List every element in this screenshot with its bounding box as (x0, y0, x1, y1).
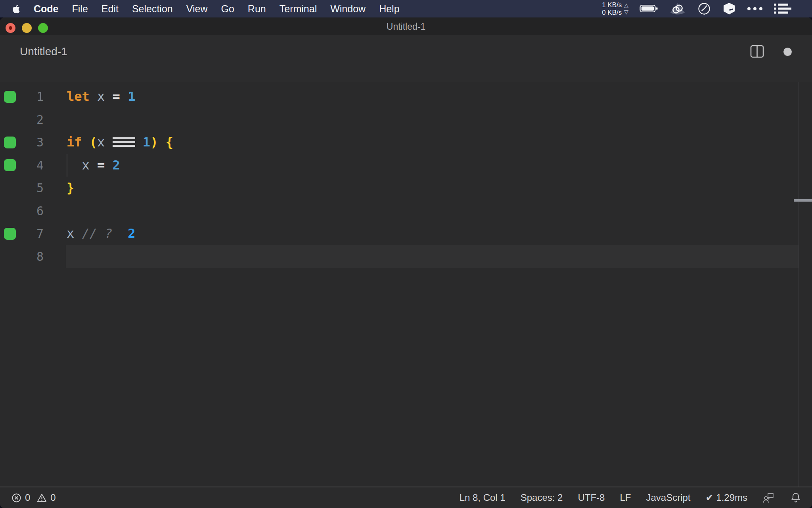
code-line[interactable]: 5} (0, 177, 799, 200)
menu-item-view[interactable]: View (186, 3, 208, 15)
code-token: } (67, 180, 74, 195)
upload-arrow-icon: △ (624, 2, 628, 9)
editor-tab-header: Untitled-1 (0, 35, 812, 82)
code-token (105, 158, 112, 173)
code-token: 2 (128, 226, 135, 241)
code-text: x // ? 2 (67, 222, 135, 245)
code-text: if (x 1) { (67, 131, 173, 154)
code-editor[interactable]: 1let x = 123if (x 1) {4 x = 25}67x // ? … (0, 82, 812, 504)
code-token: 1 (143, 135, 150, 150)
line-number[interactable]: 6 (0, 200, 44, 223)
code-line[interactable]: 8 (0, 245, 799, 268)
rings-icon[interactable] (669, 2, 686, 15)
code-token (90, 158, 97, 173)
clock-icon[interactable] (697, 2, 711, 16)
code-token (74, 226, 82, 241)
code-text: x = 2 (67, 154, 120, 177)
eol-setting[interactable]: LF (620, 492, 631, 503)
warning-count: 0 (50, 492, 56, 503)
code-token (105, 89, 112, 104)
code-token: ( (90, 135, 97, 150)
overview-ruler-border (799, 82, 799, 504)
cube-icon[interactable] (722, 2, 736, 15)
screen: Code File Edit Selection View Go Run Ter… (0, 0, 812, 508)
language-mode[interactable]: JavaScript (646, 492, 690, 503)
menu-item-file[interactable]: File (72, 3, 88, 15)
line-number[interactable]: 2 (0, 108, 44, 131)
code-token: // (82, 226, 98, 241)
code-token: x (97, 89, 105, 104)
warning-icon (36, 493, 47, 503)
code-text: let x = 1 (67, 85, 135, 108)
code-token: ? (105, 226, 112, 241)
code-token (90, 89, 97, 104)
download-arrow-icon: ▽ (624, 9, 628, 15)
code-token: ) (150, 135, 158, 150)
tab-title[interactable]: Untitled-1 (20, 45, 67, 58)
feedback-icon[interactable] (762, 492, 775, 504)
code-token (120, 89, 128, 104)
split-editor-icon[interactable] (750, 45, 764, 58)
code-token: 2 (113, 158, 120, 173)
code-token (158, 135, 165, 150)
encoding-setting[interactable]: UTF-8 (578, 492, 605, 503)
line-number[interactable]: 7 (0, 222, 44, 245)
code-token: 1 (128, 89, 135, 104)
indentation-setting[interactable]: Spaces: 2 (521, 492, 563, 503)
code-line[interactable]: 6 (0, 200, 799, 223)
triple-equals-ligature (113, 137, 135, 147)
code-line[interactable]: 4 x = 2 (0, 154, 799, 177)
ellipsis-icon[interactable] (747, 7, 763, 11)
line-number[interactable]: 8 (0, 245, 44, 268)
code-token (82, 135, 90, 150)
code-line[interactable]: 7x // ? 2 (0, 222, 799, 245)
code-token (105, 135, 112, 150)
code-text: } (67, 177, 74, 200)
battery-icon[interactable] (640, 4, 658, 13)
code-token (97, 226, 105, 241)
code-token: = (97, 158, 105, 173)
error-icon (11, 493, 22, 503)
menu-item-window[interactable]: Window (330, 3, 366, 15)
apple-icon[interactable] (11, 4, 20, 14)
code-token: let (67, 89, 90, 104)
list-icon[interactable] (774, 3, 792, 15)
code-token (67, 158, 82, 173)
menu-item-run[interactable]: Run (248, 3, 266, 15)
menu-item-go[interactable]: Go (221, 3, 234, 15)
network-down-speed: 0 KB/s (602, 9, 622, 16)
code-token: { (166, 135, 173, 150)
code-token: x (67, 226, 74, 241)
code-token (113, 226, 128, 241)
menu-item-code[interactable]: Code (34, 3, 59, 15)
cursor-position[interactable]: Ln 8, Col 1 (460, 492, 506, 503)
code-token: x (82, 158, 90, 173)
window-title: Untitled-1 (0, 17, 812, 35)
window-titlebar[interactable]: Untitled-1 (0, 17, 812, 35)
menu-item-selection[interactable]: Selection (132, 3, 173, 15)
overview-ruler-cursor-marker (794, 199, 812, 202)
vscode-window: Untitled-1 Untitled-1 1let x = 123if (x … (0, 17, 812, 508)
menu-item-edit[interactable]: Edit (102, 3, 119, 15)
notifications-bell-icon[interactable] (790, 492, 802, 504)
code-token: = (113, 89, 120, 104)
line-number[interactable]: 1 (0, 85, 44, 108)
problems-indicator[interactable]: 0 0 (11, 492, 56, 503)
code-token (135, 135, 143, 150)
line-number[interactable]: 3 (0, 131, 44, 154)
menu-item-terminal[interactable]: Terminal (280, 3, 317, 15)
code-line[interactable]: 3if (x 1) { (0, 131, 799, 154)
quokka-status[interactable]: ✔ 1.29ms (706, 492, 747, 503)
network-up-speed: 1 KB/s (602, 1, 622, 9)
line-number[interactable]: 5 (0, 177, 44, 200)
code-line[interactable]: 1let x = 1 (0, 85, 799, 108)
code-token: x (97, 135, 105, 150)
line-number[interactable]: 4 (0, 154, 44, 177)
network-speed-indicator[interactable]: 1 KB/s 0 KB/s △ ▽ (602, 1, 628, 16)
unsaved-changes-dot[interactable] (783, 48, 792, 56)
code-line[interactable]: 2 (0, 108, 799, 131)
code-token: if (67, 135, 82, 150)
macos-menubar: Code File Edit Selection View Go Run Ter… (0, 0, 812, 17)
error-count: 0 (25, 492, 30, 503)
menu-item-help[interactable]: Help (379, 3, 399, 15)
